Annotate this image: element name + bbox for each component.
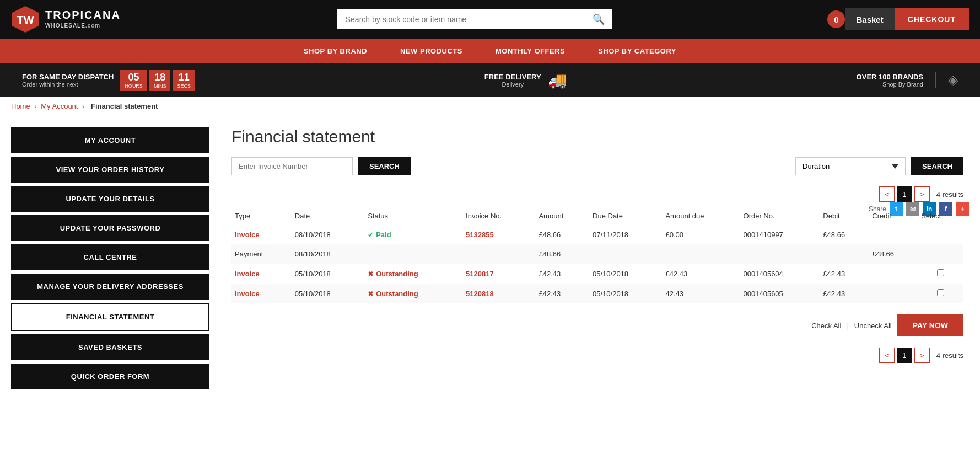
delivery-text: FREE DELIVERY Delivery xyxy=(484,73,541,88)
cell-amount: £42.43 xyxy=(535,264,589,284)
cell-due-date: 05/10/2018 xyxy=(589,264,662,284)
current-page-button-top[interactable]: 1 xyxy=(897,186,912,202)
brand-section: OVER 100 BRANDS Shop By Brand ◈ xyxy=(857,72,958,88)
check-all-link[interactable]: Check All xyxy=(811,322,841,330)
sidebar-item-update-password[interactable]: UPDATE YOUR PASSWORD xyxy=(11,215,209,241)
pagination-top: < 1 > 4 results xyxy=(231,186,963,202)
col-date: Date xyxy=(292,207,364,225)
sidebar-item-call-centre[interactable]: CALL CENTRE xyxy=(11,244,209,270)
cell-select xyxy=(918,244,963,264)
sidebar-item-view-order-history[interactable]: VIEW YOUR ORDER HISTORY xyxy=(11,157,209,183)
cell-invoice-no: 5120817 xyxy=(462,264,535,284)
cell-order-no: 0001405605 xyxy=(740,284,820,303)
col-amount: Amount xyxy=(535,207,589,225)
breadcrumb-row: Home › My Account › Financial statement … xyxy=(0,97,980,116)
next-page-button-bottom[interactable]: > xyxy=(914,348,930,363)
content-area: Financial statement SEARCH Duration Last… xyxy=(220,116,980,404)
page-title: Financial statement xyxy=(231,127,963,146)
nav-new-products[interactable]: NEW PRODUCTS xyxy=(400,47,462,55)
invoice-type-link[interactable]: Invoice xyxy=(235,231,260,239)
next-page-button-top[interactable]: > xyxy=(914,186,930,202)
invoice-type-link[interactable]: Invoice xyxy=(235,290,260,298)
financial-table: Type Date Status Invoice No. Amount Due … xyxy=(231,207,963,303)
timer-boxes: 05 HOURS 18 MINS 11 SECS xyxy=(120,70,195,91)
sidebar-item-saved-baskets[interactable]: SAVED BASKETS xyxy=(11,334,209,360)
sidebar-item-quick-order-form[interactable]: QUICK ORDER FORM xyxy=(11,364,209,389)
invoice-no-link[interactable]: 5132855 xyxy=(466,231,494,239)
sidebar-item-financial-statement[interactable]: FINANCIAL STATEMENT xyxy=(11,303,209,331)
cell-credit xyxy=(869,264,918,284)
timer-mins: 18 MINS xyxy=(149,70,171,91)
logo-area: TW TROPICANA WHOLESALE.com xyxy=(11,5,121,34)
sidebar-item-update-details[interactable]: UPDATE YOUR DETAILS xyxy=(11,186,209,212)
cell-status: ✔Paid xyxy=(364,225,462,245)
cell-date: 05/10/2018 xyxy=(292,264,364,284)
cell-amount-due xyxy=(662,244,740,264)
uncheck-all-link[interactable]: Uncheck All xyxy=(854,322,892,330)
basket-area: 0 Basket CHECKOUT xyxy=(827,8,969,30)
status-badge-outstanding: Outstanding xyxy=(376,270,418,278)
invoice-number-input[interactable] xyxy=(231,157,353,175)
cell-date: 08/10/2018 xyxy=(292,225,364,245)
col-type: Type xyxy=(231,207,292,225)
search-bar: 🔍 xyxy=(337,9,612,29)
duration-select[interactable]: Duration Last 30 days Last 90 days Last … xyxy=(795,157,906,175)
delivery-truck-icon: 🚚 xyxy=(548,71,567,89)
cell-type: Invoice xyxy=(231,264,292,284)
invoice-no-link[interactable]: 5120818 xyxy=(466,290,494,298)
invoice-type-link[interactable]: Invoice xyxy=(235,270,260,278)
nav-monthly-offers[interactable]: MONTHLY OFFERS xyxy=(496,47,565,55)
breadcrumb-home[interactable]: Home xyxy=(11,102,30,110)
nav-shop-by-category[interactable]: SHOP BY CATEGORY xyxy=(598,47,676,55)
cell-select[interactable] xyxy=(918,284,963,303)
cell-select xyxy=(918,225,963,245)
cell-date: 05/10/2018 xyxy=(292,284,364,303)
timer-secs: 11 SECS xyxy=(173,70,195,91)
col-order-no: Order No. xyxy=(740,207,820,225)
cell-status xyxy=(364,244,462,264)
cell-due-date xyxy=(589,244,662,264)
cell-due-date: 07/11/2018 xyxy=(589,225,662,245)
table-row: Invoice 05/10/2018 ✖Outstanding 5120817 … xyxy=(231,264,963,284)
search-input[interactable] xyxy=(337,9,585,29)
status-badge-outstanding: Outstanding xyxy=(376,290,418,298)
cell-select[interactable] xyxy=(918,264,963,284)
filter-right: Duration Last 30 days Last 90 days Last … xyxy=(795,157,963,175)
cell-status: ✖Outstanding xyxy=(364,264,462,284)
col-amount-due: Amount due xyxy=(662,207,740,225)
nav-shop-by-brand[interactable]: SHOP BY BRAND xyxy=(304,47,367,55)
sidebar: MY ACCOUNT VIEW YOUR ORDER HISTORY UPDAT… xyxy=(0,116,220,404)
svg-text:TW: TW xyxy=(17,14,34,26)
dispatch-sub: Order within the next xyxy=(22,81,114,88)
sidebar-item-manage-addresses[interactable]: MANAGE YOUR DELIVERY ADDRESSES xyxy=(11,274,209,300)
row-checkbox[interactable] xyxy=(937,269,944,276)
prev-page-button-top[interactable]: < xyxy=(879,186,895,202)
cell-order-no xyxy=(740,244,820,264)
checkout-button[interactable]: CHECKOUT xyxy=(895,8,969,30)
col-debit: Debit xyxy=(820,207,869,225)
cell-invoice-no xyxy=(462,244,535,264)
row-checkbox[interactable] xyxy=(937,289,944,296)
invoice-no-link[interactable]: 5120817 xyxy=(466,270,494,278)
table-row: Invoice 05/10/2018 ✖Outstanding 5120818 … xyxy=(231,284,963,303)
cell-type: Payment xyxy=(231,244,292,264)
cell-credit xyxy=(869,284,918,303)
current-page-button-bottom[interactable]: 1 xyxy=(897,348,912,363)
invoice-search-button[interactable]: SEARCH xyxy=(358,157,411,175)
col-select: Select xyxy=(918,207,963,225)
sidebar-item-my-account[interactable]: MY ACCOUNT xyxy=(11,127,209,153)
breadcrumb-my-account[interactable]: My Account xyxy=(41,102,78,110)
search-button[interactable]: 🔍 xyxy=(585,9,612,29)
logo-tropicana: TROPICANA xyxy=(45,9,121,21)
table-header-row: Type Date Status Invoice No. Amount Due … xyxy=(231,207,963,225)
dropbox-icon: ◈ xyxy=(948,72,958,88)
prev-page-button-bottom[interactable]: < xyxy=(879,348,895,363)
col-status: Status xyxy=(364,207,462,225)
cell-due-date: 05/10/2018 xyxy=(589,284,662,303)
cell-type: Invoice xyxy=(231,284,292,303)
cell-status: ✖Outstanding xyxy=(364,284,462,303)
pay-now-button[interactable]: PAY NOW xyxy=(897,314,963,336)
basket-label: Basket xyxy=(845,8,894,30)
duration-search-button[interactable]: SEARCH xyxy=(911,157,963,175)
delivery-section: FREE DELIVERY Delivery 🚚 xyxy=(484,71,567,89)
